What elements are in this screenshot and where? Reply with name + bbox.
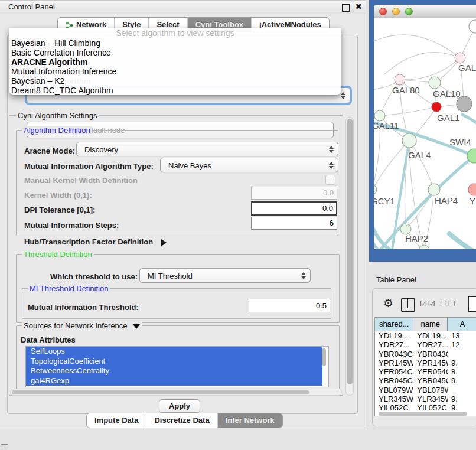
node-y-node[interactable] [468, 184, 476, 195]
algorithm-option[interactable]: ARACNE Algorithm [9, 57, 341, 67]
node-gal-partial[interactable] [455, 53, 465, 63]
deselect-all-checks-icon[interactable]: ☐☐ [440, 299, 456, 308]
highlighted-edge [449, 234, 476, 249]
table-cell: YBR045C [375, 376, 413, 385]
dpi-tolerance-field[interactable]: 0.0 [251, 201, 337, 216]
aracne-mode-value: Discovery [84, 142, 118, 157]
columns-icon-divider [407, 299, 408, 308]
table-row[interactable]: YDR27...YDR27...12 [375, 340, 476, 349]
table-row[interactable]: YBR043CYBR043C [375, 350, 476, 358]
settings-hscrollbar[interactable] [10, 389, 342, 396]
column-header[interactable]: shared... [375, 318, 413, 331]
attribute-item[interactable]: SelfLoops [26, 347, 322, 357]
algorithm-option[interactable]: Dream8 DC_TDC Algorithm [9, 86, 341, 95]
tab-discretize-data[interactable]: Discretize Data [146, 413, 217, 428]
table-hscrollbar[interactable] [376, 410, 475, 416]
node-gal11[interactable] [374, 110, 385, 121]
new-table-icon[interactable] [468, 296, 476, 312]
table-cell: YDR27... [413, 340, 448, 349]
manual-kernel-width-checkbox[interactable] [325, 175, 335, 185]
network-view-canvas[interactable]: GALGAL80GAL10GAL1GAL11GAL4SWI4GCY1HAP4YH… [374, 18, 476, 249]
algorithm-dropdown-items: Bayesian – Hill ClimbingBasic Correlatio… [9, 38, 341, 95]
column-header[interactable]: name [413, 318, 448, 331]
node-label-swi4: SWI4 [449, 137, 471, 147]
attribute-item[interactable]: BetweennessCentrality [26, 366, 322, 376]
node-gal4[interactable] [402, 133, 416, 148]
minimize-traffic-light-icon[interactable] [392, 8, 400, 15]
kernel-width-label: Kernel Width (0,1): [24, 191, 92, 200]
mi-steps-field[interactable]: 6 [251, 217, 337, 230]
network-window-titlebar[interactable] [374, 5, 476, 18]
attribute-item[interactable]: TopologicalCoefficient [26, 357, 322, 367]
tab-label: Discretize Data [154, 413, 209, 428]
control-panel-title: Control Panel [8, 1, 55, 14]
node-gal1[interactable] [432, 102, 441, 112]
table-row[interactable]: YLR345WYLR345W9. [375, 394, 476, 403]
data-attributes-list[interactable]: SelfLoopsTopologicalCoefficientBetweenne… [25, 346, 329, 387]
combo-spinner-icon [329, 162, 334, 169]
node-hap4[interactable] [428, 184, 440, 195]
hub-definition-toggle[interactable]: Hub/Transcription Factor Definition [24, 237, 167, 246]
tab-infer-network[interactable]: Infer Network [218, 413, 282, 428]
kernel-width-field[interactable]: 0.0 [251, 187, 337, 200]
mi-threshold-field[interactable]: 0.5 [249, 299, 330, 312]
table-row[interactable]: YDL19...YDL19...13 [375, 331, 476, 340]
node-label-gal-partial: GAL [458, 63, 476, 73]
column-header[interactable]: A [448, 318, 476, 331]
node-gcy1[interactable] [374, 185, 377, 194]
algorithm-option[interactable]: Basic Correlation Inference [9, 48, 341, 57]
node-table[interactable]: shared...nameA YDL19...YDL19...13YDR27..… [374, 317, 476, 416]
algorithm-option[interactable]: Mutual Information Inference [9, 67, 341, 76]
settings-vscrollbar-thumb[interactable] [347, 119, 353, 384]
mi-steps-label: Mutual Information Steps: [24, 221, 119, 230]
apply-button[interactable]: Apply [159, 399, 200, 413]
node-gal10[interactable] [429, 77, 441, 89]
algorithm-option[interactable]: Bayesian – K2 [9, 76, 341, 86]
algorithm-definition-label: Algorithm Definition [22, 126, 92, 134]
sources-toggle[interactable]: Sources for Network Inference [22, 322, 142, 330]
node-label-gcy1: GCY1 [374, 196, 395, 206]
table-row[interactable]: YPR145WYPR145W9. [375, 358, 476, 367]
combo-spinner-icon [329, 146, 334, 153]
mi-algorithm-type-combo[interactable]: Naive Bayes [160, 158, 338, 172]
which-threshold-combo[interactable]: MI Threshold [139, 268, 311, 283]
which-threshold-label: Which threshold to use: [50, 272, 138, 281]
mi-threshold-definition-label: MI Threshold Definition [28, 285, 110, 292]
aracne-mode-combo[interactable]: Discovery [76, 142, 338, 156]
table-header-row: shared...nameA [375, 318, 476, 331]
zoom-traffic-light-icon[interactable] [405, 8, 413, 15]
list-scrollbar-thumb[interactable] [322, 348, 326, 366]
float-window-icon[interactable] [342, 4, 350, 12]
table-cell: YBR043C [413, 350, 448, 358]
table-cell: YPR145W [413, 358, 448, 367]
chevron-right-icon [161, 239, 167, 246]
node-bottom-node[interactable] [419, 245, 429, 249]
table-cell: YBR045C [413, 376, 448, 385]
threshold-definition-label: Threshold Definition [22, 250, 94, 258]
table-hscrollbar-thumb[interactable] [379, 412, 467, 416]
table-cell [448, 386, 476, 394]
algorithm-option[interactable]: Bayesian – Hill Climbing [9, 38, 341, 48]
hub-definition-label: Hub/Transcription Factor Definition [24, 237, 153, 246]
edge [380, 107, 436, 116]
node-gal80[interactable] [395, 74, 405, 85]
table-cell: YBL079W [413, 386, 448, 394]
table-row[interactable]: YBL079WYBL079W [375, 386, 476, 394]
control-panel-window: Control Panel ✖ NetworkStyleSelectCyni T… [0, 0, 366, 429]
dock-corner-icon[interactable] [1, 444, 8, 450]
tab-impute-data[interactable]: Impute Data [87, 413, 146, 428]
table-row[interactable]: YER054CYER054C8. [375, 367, 476, 376]
mi-algorithm-type-value: Naive Bayes [168, 158, 211, 173]
select-all-checks-icon[interactable]: ☑☑ [420, 299, 436, 308]
settings-vscrollbar[interactable] [345, 117, 354, 396]
close-traffic-light-icon[interactable] [379, 8, 387, 15]
gear-icon[interactable]: ⚙ [383, 296, 393, 309]
node-label-hap2: HAP2 [405, 233, 428, 243]
settings-hscrollbar-thumb[interactable] [12, 390, 309, 394]
node-top-node[interactable] [469, 20, 476, 33]
close-icon[interactable]: ✖ [355, 2, 362, 11]
attribute-item[interactable]: gal4RGexp [26, 376, 322, 386]
node-label-gal10: GAL10 [433, 89, 461, 99]
table-row[interactable]: YBR045CYBR045C9. [375, 376, 476, 385]
columns-icon[interactable] [401, 298, 415, 312]
